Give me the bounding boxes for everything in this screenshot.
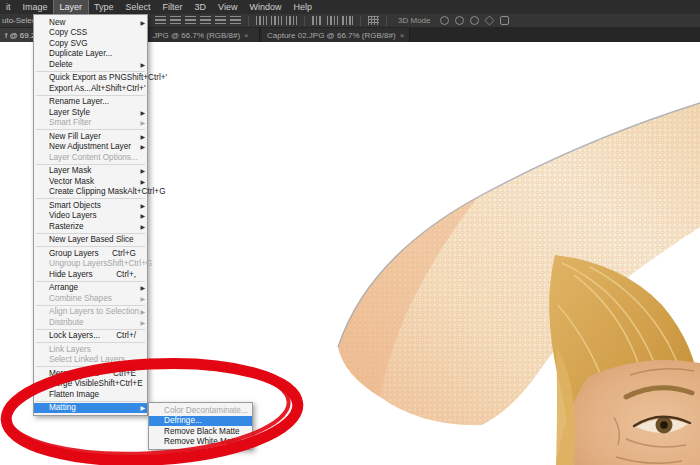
menu-item-matting[interactable]: Matting▶: [34, 403, 147, 414]
menu-item-copy-css[interactable]: Copy CSS: [34, 28, 147, 39]
menubar-item-view[interactable]: View: [212, 0, 243, 14]
menu-separator: [36, 281, 145, 282]
menu-item-quick-export-as-png[interactable]: Quick Export as PNGShift+Ctrl+': [34, 73, 147, 84]
menu-item-color-decontaminate[interactable]: Color Decontaminate...: [149, 405, 252, 416]
camera-icon[interactable]: [500, 16, 509, 25]
tab-close-icon[interactable]: ×: [244, 31, 249, 40]
align-vertical-centers-icon[interactable]: [170, 16, 181, 25]
menu-item-group-layers[interactable]: Group LayersCtrl+G: [34, 248, 147, 259]
submenu-arrow-icon: ▶: [138, 202, 145, 209]
align-horizontal-centers-icon[interactable]: [215, 16, 226, 25]
menu-item-label: Remove White Matte: [164, 437, 243, 446]
menu-separator: [36, 401, 145, 402]
menu-item-rasterize[interactable]: Rasterize▶: [34, 221, 147, 232]
menu-item-label: Vector Mask: [49, 177, 138, 186]
menu-item-ungroup-layers[interactable]: Ungroup LayersShift+Ctrl+G: [34, 259, 147, 270]
menu-item-label: Combine Shapes: [49, 294, 138, 303]
auto-align-layers-icon[interactable]: [368, 16, 379, 25]
submenu-arrow-icon: ▶: [138, 319, 145, 326]
menubar-item-window[interactable]: Window: [243, 0, 287, 14]
submenu-arrow-icon: ▶: [138, 143, 145, 150]
menu-item-label: Select Linked Layers: [49, 355, 138, 364]
menu-item-label: Arrange: [49, 283, 138, 292]
document-tab-jpg-66-7-rgb-8[interactable]: .JPG @ 66.7% (RGB/8#)×: [146, 28, 260, 42]
menu-item-new[interactable]: New▶: [34, 17, 147, 28]
menu-item-video-layers[interactable]: Video Layers▶: [34, 211, 147, 222]
menu-item-new-fill-layer[interactable]: New Fill Layer▶: [34, 131, 147, 142]
layer-dropdown-menu: New▶Copy CSSCopy SVGDuplicate Layer...De…: [33, 14, 148, 416]
menubar-item-it[interactable]: it: [0, 0, 17, 14]
submenu-arrow-icon: ▶: [139, 308, 145, 315]
menu-item-defringe[interactable]: Defringe...: [149, 416, 252, 427]
menu-item-remove-white-matte[interactable]: Remove White Matte: [149, 437, 252, 448]
align-right-edges-icon[interactable]: [230, 16, 241, 25]
menu-item-create-clipping-mask[interactable]: Create Clipping MaskAlt+Ctrl+G: [34, 187, 147, 198]
distribute-top-icon[interactable]: [256, 16, 267, 25]
menu-item-label: Rasterize: [49, 222, 138, 231]
menu-item-duplicate-layer[interactable]: Duplicate Layer...: [34, 49, 147, 60]
menu-item-delete[interactable]: Delete▶: [34, 59, 147, 70]
dolly-icon[interactable]: [470, 16, 479, 25]
move-3d-icon[interactable]: [484, 15, 494, 25]
menu-item-smart-filter[interactable]: Smart Filter▶: [34, 118, 147, 129]
menu-item-layer-content-options[interactable]: Layer Content Options...: [34, 152, 147, 163]
menu-separator: [36, 342, 145, 343]
menu-item-label: Ungroup Layers: [49, 259, 107, 268]
distribute-horizontal-centers-icon[interactable]: [327, 16, 338, 25]
menu-item-merge-visible[interactable]: Merge VisibleShift+Ctrl+E: [34, 379, 147, 390]
tab-close-icon[interactable]: ×: [400, 31, 405, 40]
menu-item-label: Smart Filter: [49, 118, 138, 127]
menu-item-combine-shapes[interactable]: Combine Shapes▶: [34, 293, 147, 304]
menu-item-arrange[interactable]: Arrange▶: [34, 283, 147, 294]
menu-item-smart-objects[interactable]: Smart Objects▶: [34, 200, 147, 211]
eye-pupil: [660, 421, 668, 429]
menu-item-lock-layers[interactable]: Lock Layers...Ctrl+/: [34, 331, 147, 342]
menu-item-rename-layer[interactable]: Rename Layer...: [34, 97, 147, 108]
menu-item-label: New Fill Layer: [49, 132, 138, 141]
distribute-vertical-centers-icon[interactable]: [271, 16, 282, 25]
menu-item-flatten-image[interactable]: Flatten Image: [34, 389, 147, 400]
menu-item-remove-black-matte[interactable]: Remove Black Matte: [149, 426, 252, 437]
menu-item-align-layers-to-selection[interactable]: Align Layers to Selection▶: [34, 307, 147, 318]
menu-item-new-adjustment-layer[interactable]: New Adjustment Layer▶: [34, 142, 147, 153]
align-top-edges-icon[interactable]: [155, 16, 166, 25]
menu-item-label: Create Clipping Mask: [49, 187, 127, 196]
options-bar-divider: [304, 16, 305, 26]
menubar-item-type[interactable]: Type: [88, 0, 120, 14]
menu-item-layer-mask[interactable]: Layer Mask▶: [34, 166, 147, 177]
photoshop-window: itImageLayerTypeSelectFilter3DViewWindow…: [0, 0, 700, 465]
menu-item-export-as[interactable]: Export As...Alt+Shift+Ctrl+': [34, 83, 147, 94]
menu-item-link-layers[interactable]: Link Layers: [34, 344, 147, 355]
orbit-icon[interactable]: [440, 16, 449, 25]
menu-item-new-layer-based-slice[interactable]: New Layer Based Slice: [34, 235, 147, 246]
menubar-item-image[interactable]: Image: [17, 0, 54, 14]
distribute-bottom-icon[interactable]: [286, 16, 297, 25]
menu-item-label: Hide Layers: [49, 270, 116, 279]
menubar-item-filter[interactable]: Filter: [157, 0, 189, 14]
menubar-item-help[interactable]: Help: [287, 0, 318, 14]
menu-item-hide-layers[interactable]: Hide LayersCtrl+,: [34, 269, 147, 280]
distribute-right-icon[interactable]: [342, 16, 353, 25]
menu-item-label: Rename Layer...: [49, 97, 138, 106]
menu-item-layer-style[interactable]: Layer Style▶: [34, 107, 147, 118]
document-tab-label: Capture 02.JPG @ 66.7% (RGB/8#): [267, 31, 396, 40]
align-bottom-edges-icon[interactable]: [185, 16, 196, 25]
pan-3d-icon[interactable]: [455, 16, 464, 25]
distribute-left-icon[interactable]: [312, 16, 323, 25]
document-tab-label: .JPG @ 66.7% (RGB/8#): [151, 31, 240, 40]
menu-item-label: Matting: [49, 403, 138, 412]
menubar-item-3d[interactable]: 3D: [189, 0, 213, 14]
menu-item-copy-svg[interactable]: Copy SVG: [34, 38, 147, 49]
align-left-edges-icon[interactable]: [200, 16, 211, 25]
menu-item-select-linked-layers[interactable]: Select Linked Layers: [34, 355, 147, 366]
menu-item-vector-mask[interactable]: Vector Mask▶: [34, 176, 147, 187]
menubar-item-layer[interactable]: Layer: [54, 0, 89, 14]
menu-item-label: Quick Export as PNG: [49, 73, 127, 82]
submenu-arrow-icon: ▶: [138, 178, 145, 185]
menubar-item-select[interactable]: Select: [120, 0, 157, 14]
menu-separator: [36, 366, 145, 367]
menu-bar: itImageLayerTypeSelectFilter3DViewWindow…: [0, 0, 700, 14]
menu-item-distribute[interactable]: Distribute▶: [34, 317, 147, 328]
document-tab-capture-02-jpg-66-7-rgb-8[interactable]: Capture 02.JPG @ 66.7% (RGB/8#)×: [262, 28, 410, 42]
menu-item-merge-layers[interactable]: Merge LayersCtrl+E: [34, 368, 147, 379]
